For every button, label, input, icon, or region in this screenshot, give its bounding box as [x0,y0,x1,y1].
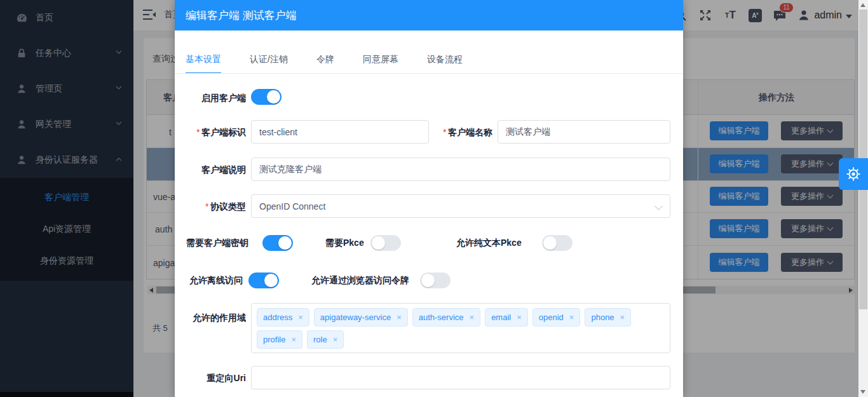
window-scrollbar[interactable] [858,0,868,397]
protocol-label: *协议类型 [175,201,246,213]
allow-offline-toggle[interactable] [248,273,279,288]
remove-tag-icon[interactable] [517,313,522,322]
remove-tag-icon[interactable] [298,313,303,322]
require-pkce-label: 需要Pkce [325,238,364,249]
allow-browser-token-label: 允许通过浏览器访问令牌 [311,275,409,286]
protocol-value: OpenID Connect [259,201,325,212]
scopes-box[interactable]: address apigateway-service auth-service … [251,303,670,353]
scope-tag[interactable]: role [307,330,344,349]
scope-tag[interactable]: email [485,308,528,326]
protocol-select[interactable]: OpenID Connect [251,194,670,218]
tabs-divider [175,73,683,74]
scopes-row: address apigateway-service auth-service … [257,308,665,326]
gear-icon [845,166,862,182]
redirect-uri-label: 重定向Uri [175,373,246,384]
settings-fab[interactable] [839,158,868,190]
modal-header: 编辑客户端 测试客户端 [175,0,683,30]
required-star: * [205,201,208,212]
remove-tag-icon[interactable] [620,313,625,322]
remove-tag-icon[interactable] [470,313,475,322]
enable-client-toggle[interactable] [251,89,281,105]
scopes-row: profile role [257,330,665,349]
allow-browser-token-toggle[interactable] [420,273,451,288]
modal-tabs: 基本设置 认证/注销 令牌 同意屏幕 设备流程 [186,54,463,74]
scope-tag[interactable]: profile [257,330,302,349]
client-id-input[interactable] [251,120,429,144]
scope-tag[interactable]: openid [532,308,581,326]
tab-auth-logout[interactable]: 认证/注销 [250,54,288,74]
scroll-up-icon[interactable] [860,3,865,7]
remove-tag-icon[interactable] [397,313,402,322]
scope-tag[interactable]: auth-service [412,308,480,326]
remove-tag-icon[interactable] [333,335,338,344]
client-id-label: *客户端标识 [175,127,246,138]
allow-offline-label: 允许离线访问 [189,275,243,286]
required-star: * [196,127,200,137]
redirect-uri-input[interactable] [251,366,670,389]
tab-device-flow[interactable]: 设备流程 [427,54,463,74]
remove-tag-icon[interactable] [291,335,296,344]
scope-tag[interactable]: phone [585,308,631,326]
tab-consent-screen[interactable]: 同意屏幕 [363,54,398,74]
scope-tag[interactable]: address [257,308,309,326]
require-secret-toggle[interactable] [262,235,293,251]
client-desc-input[interactable] [251,158,670,181]
client-desc-label: 客户端说明 [175,165,246,176]
allow-plain-pkce-label: 允许纯文本Pkce [456,238,522,249]
modal-title: 编辑客户端 测试客户端 [186,8,297,23]
require-pkce-toggle[interactable] [370,235,401,251]
remove-tag-icon[interactable] [569,313,574,322]
client-name-label: *客户端名称 [421,127,492,138]
scroll-down-icon[interactable] [860,390,865,394]
tab-basic-settings[interactable]: 基本设置 [186,54,221,74]
scopes-label: 允许的作用域 [175,313,246,324]
tab-token[interactable]: 令牌 [316,54,334,74]
require-secret-label: 需要客户端密钥 [186,238,248,249]
required-star: * [443,127,446,137]
allow-plain-pkce-toggle[interactable] [542,235,573,251]
enable-client-label: 启用客户端 [175,93,246,104]
client-name-input[interactable] [498,120,670,144]
app-root: 首页 任务中心 管理页 网关管理 [0,0,868,397]
edit-client-modal: 编辑客户端 测试客户端 基本设置 认证/注销 令牌 同意屏幕 设备流程 启用客户… [175,0,683,397]
chevron-down-icon [654,202,663,210]
scope-tag[interactable]: apigateway-service [314,308,408,326]
